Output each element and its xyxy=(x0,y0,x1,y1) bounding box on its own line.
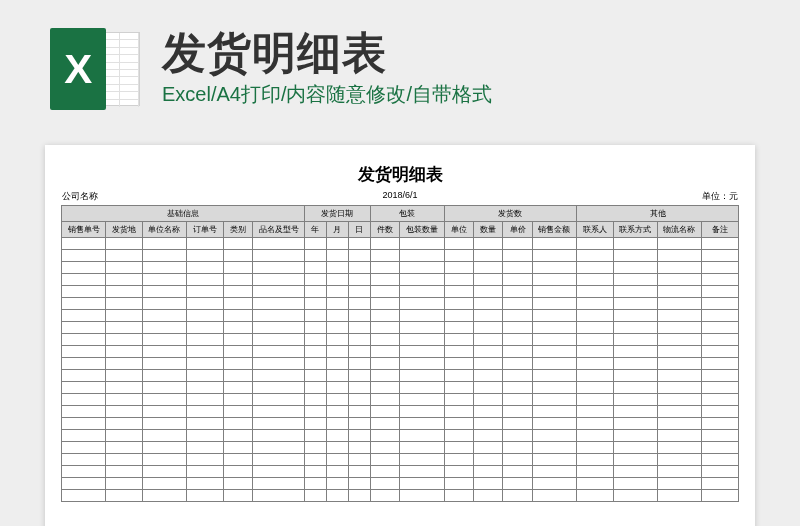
table-cell xyxy=(370,382,399,394)
table-cell xyxy=(532,418,576,430)
table-cell xyxy=(253,334,305,346)
table-cell xyxy=(370,334,399,346)
table-cell xyxy=(326,442,348,454)
sheet-title: 发货明细表 xyxy=(61,163,739,186)
table-cell xyxy=(613,418,657,430)
table-cell xyxy=(187,310,224,322)
table-cell xyxy=(348,250,370,262)
table-cell xyxy=(702,406,739,418)
table-cell xyxy=(142,346,186,358)
table-cell xyxy=(106,274,143,286)
table-cell xyxy=(187,286,224,298)
table-cell xyxy=(503,490,532,502)
table-cell xyxy=(370,442,399,454)
table-cell xyxy=(304,274,326,286)
table-cell xyxy=(223,370,252,382)
column-header-row: 销售单号 发货地 单位名称 订单号 类别 品名及型号 年 月 日 件数 包装数量… xyxy=(62,222,739,238)
table-cell xyxy=(223,298,252,310)
table-cell xyxy=(326,310,348,322)
table-cell xyxy=(304,382,326,394)
table-row xyxy=(62,478,739,490)
table-cell xyxy=(657,442,701,454)
table-cell xyxy=(657,430,701,442)
table-row xyxy=(62,286,739,298)
table-cell xyxy=(142,334,186,346)
table-row xyxy=(62,442,739,454)
detail-table: 基础信息 发货日期 包装 发货数 其他 销售单号 发货地 单位名称 订单号 类别… xyxy=(61,205,739,502)
table-cell xyxy=(473,430,502,442)
table-cell xyxy=(223,490,252,502)
table-cell xyxy=(348,310,370,322)
spreadsheet-preview: 发货明细表 公司名称 2018/6/1 单位：元 基础信息 发货日期 包装 发货… xyxy=(45,145,755,526)
table-cell xyxy=(187,478,224,490)
template-header: X 发货明细表 Excel/A4打印/内容随意修改/自带格式 xyxy=(50,28,492,110)
table-cell xyxy=(187,442,224,454)
col-order-no: 订单号 xyxy=(187,222,224,238)
table-cell xyxy=(326,406,348,418)
table-cell xyxy=(187,466,224,478)
sheet-meta-row: 公司名称 2018/6/1 单位：元 xyxy=(61,190,739,205)
table-cell xyxy=(532,370,576,382)
main-title: 发货明细表 xyxy=(162,30,492,76)
table-cell xyxy=(702,262,739,274)
table-cell xyxy=(613,298,657,310)
table-cell xyxy=(142,418,186,430)
table-row xyxy=(62,298,739,310)
table-cell xyxy=(702,274,739,286)
table-cell xyxy=(326,298,348,310)
col-logistics: 物流名称 xyxy=(657,222,701,238)
col-unit-name: 单位名称 xyxy=(142,222,186,238)
group-other: 其他 xyxy=(577,206,739,222)
table-cell xyxy=(473,454,502,466)
table-cell xyxy=(326,382,348,394)
table-cell xyxy=(532,262,576,274)
table-cell xyxy=(532,250,576,262)
table-cell xyxy=(444,430,473,442)
table-cell xyxy=(142,430,186,442)
table-cell xyxy=(348,478,370,490)
table-cell xyxy=(326,286,348,298)
table-cell xyxy=(62,322,106,334)
table-cell xyxy=(444,454,473,466)
table-cell xyxy=(473,370,502,382)
table-cell xyxy=(370,250,399,262)
table-cell xyxy=(142,262,186,274)
table-cell xyxy=(613,274,657,286)
table-cell xyxy=(503,358,532,370)
table-cell xyxy=(62,382,106,394)
table-cell xyxy=(326,358,348,370)
table-cell xyxy=(253,466,305,478)
table-cell xyxy=(503,310,532,322)
table-cell xyxy=(348,322,370,334)
table-cell xyxy=(106,262,143,274)
col-day: 日 xyxy=(348,222,370,238)
table-cell xyxy=(142,370,186,382)
table-cell xyxy=(577,382,614,394)
table-cell xyxy=(223,394,252,406)
table-cell xyxy=(444,298,473,310)
table-cell xyxy=(62,394,106,406)
table-cell xyxy=(473,358,502,370)
table-cell xyxy=(400,250,444,262)
table-cell xyxy=(304,250,326,262)
table-cell xyxy=(532,322,576,334)
table-cell xyxy=(444,334,473,346)
table-cell xyxy=(326,454,348,466)
table-cell xyxy=(62,418,106,430)
table-cell xyxy=(532,346,576,358)
table-cell xyxy=(142,358,186,370)
table-cell xyxy=(62,466,106,478)
table-cell xyxy=(370,430,399,442)
group-ship-date: 发货日期 xyxy=(304,206,370,222)
table-cell xyxy=(657,466,701,478)
table-cell xyxy=(370,298,399,310)
table-cell xyxy=(142,286,186,298)
table-cell xyxy=(657,490,701,502)
table-cell xyxy=(304,490,326,502)
table-cell xyxy=(613,262,657,274)
table-cell xyxy=(106,238,143,250)
table-cell xyxy=(532,238,576,250)
table-cell xyxy=(348,346,370,358)
table-cell xyxy=(613,238,657,250)
table-cell xyxy=(326,322,348,334)
